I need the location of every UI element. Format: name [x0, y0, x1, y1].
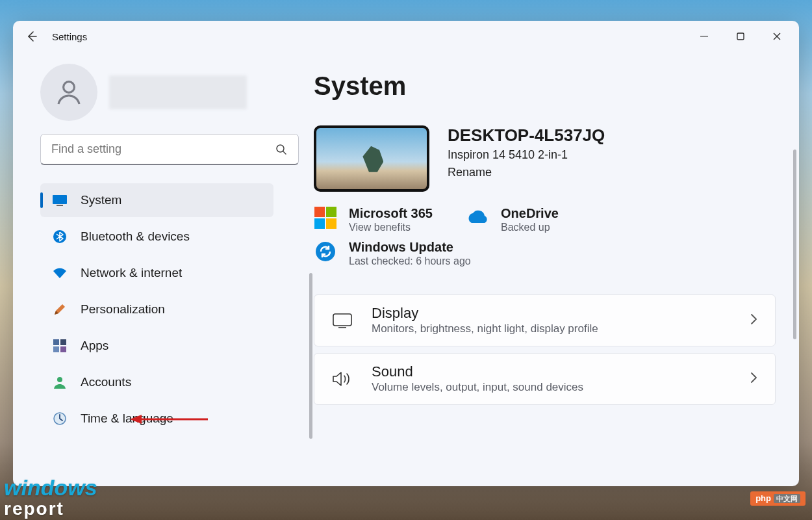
- sidebar-item-label: Network & internet: [81, 266, 182, 280]
- svg-rect-3: [53, 195, 67, 204]
- device-block: DESKTOP-4L537JQ Inspiron 14 5410 2-in-1 …: [314, 125, 776, 192]
- service-grid: Microsoft 365 View benefits OneDrive Bac…: [314, 206, 776, 267]
- service-subtitle: View benefits: [349, 222, 433, 233]
- onedrive-icon: [466, 206, 489, 229]
- svg-point-1: [64, 82, 75, 93]
- svg-point-2: [277, 145, 284, 152]
- window-controls: [686, 23, 795, 49]
- bluetooth-icon: [52, 229, 68, 244]
- sidebar-item-system[interactable]: System: [40, 183, 273, 217]
- search-icon: [275, 143, 288, 156]
- sidebar-item-time-language[interactable]: Time & language: [40, 402, 273, 436]
- sidebar-item-label: Accounts: [81, 375, 131, 389]
- svg-rect-6: [53, 339, 59, 345]
- back-button[interactable]: [17, 21, 47, 51]
- nav-list: System Bluetooth & devices Network & int…: [13, 183, 296, 436]
- sidebar-item-personalization[interactable]: Personalization: [40, 292, 273, 326]
- search-input[interactable]: [51, 142, 275, 156]
- sound-card[interactable]: Sound Volume levels, output, input, soun…: [314, 353, 776, 405]
- accounts-icon: [52, 374, 68, 390]
- windows-update-icon: [314, 240, 337, 263]
- window-title: Settings: [52, 31, 87, 42]
- back-arrow-icon: [25, 30, 38, 43]
- sidebar-item-label: Time & language: [81, 411, 173, 426]
- sound-icon: [331, 368, 353, 390]
- rename-link[interactable]: Rename: [448, 166, 605, 179]
- sidebar: System Bluetooth & devices Network & int…: [13, 52, 296, 486]
- minimize-icon: [700, 32, 709, 41]
- sidebar-item-label: Bluetooth & devices: [81, 229, 190, 244]
- sidebar-item-label: Personalization: [81, 302, 165, 317]
- user-icon: [53, 77, 84, 108]
- svg-rect-7: [60, 339, 66, 345]
- microsoft-logo-icon: [314, 206, 337, 229]
- card-subtitle: Volume levels, output, input, sound devi…: [372, 381, 583, 394]
- user-name-redacted: [109, 75, 247, 109]
- device-name: DESKTOP-4L537JQ: [448, 125, 605, 146]
- content-area: System DESKTOP-4L537JQ Inspiron 14 5410 …: [296, 52, 799, 486]
- svg-rect-14: [333, 314, 351, 326]
- sidebar-item-accounts[interactable]: Accounts: [40, 365, 273, 399]
- sidebar-item-network[interactable]: Network & internet: [40, 256, 273, 290]
- microsoft-365-tile[interactable]: Microsoft 365 View benefits: [314, 206, 457, 233]
- svg-rect-9: [60, 346, 66, 352]
- settings-window: Settings: [13, 21, 799, 486]
- apps-icon: [52, 338, 68, 354]
- search-box[interactable]: [40, 134, 299, 165]
- device-model: Inspiron 14 5410 2-in-1: [448, 148, 605, 162]
- svg-rect-4: [57, 205, 63, 206]
- maximize-icon: [736, 32, 745, 41]
- windows-update-tile[interactable]: Windows Update Last checked: 6 hours ago: [314, 240, 609, 267]
- avatar: [40, 64, 97, 121]
- search-wrap: [13, 134, 296, 165]
- card-title: Sound: [372, 364, 583, 380]
- system-icon: [52, 192, 68, 208]
- service-title: OneDrive: [501, 206, 559, 220]
- card-title: Display: [372, 306, 598, 321]
- titlebar: Settings: [13, 21, 799, 52]
- card-subtitle: Monitors, brightness, night light, displ…: [372, 322, 598, 335]
- svg-point-10: [57, 377, 62, 382]
- chevron-right-icon: [749, 313, 758, 328]
- content-scrollbar[interactable]: [793, 150, 796, 339]
- sidebar-item-bluetooth[interactable]: Bluetooth & devices: [40, 220, 273, 254]
- service-subtitle: Last checked: 6 hours ago: [349, 255, 471, 267]
- sidebar-item-label: System: [81, 193, 121, 207]
- page-title: System: [314, 72, 776, 101]
- minimize-button[interactable]: [686, 23, 722, 49]
- close-button[interactable]: [759, 23, 795, 49]
- body-area: System Bluetooth & devices Network & int…: [13, 52, 799, 486]
- network-icon: [52, 265, 68, 281]
- chevron-right-icon: [749, 371, 758, 387]
- display-card[interactable]: Display Monitors, brightness, night ligh…: [314, 294, 776, 346]
- maximize-button[interactable]: [722, 23, 759, 49]
- time-language-icon: [52, 411, 68, 426]
- device-thumbnail: [314, 125, 429, 192]
- onedrive-tile[interactable]: OneDrive Backed up: [466, 206, 609, 233]
- personalization-icon: [52, 302, 68, 317]
- svg-point-13: [316, 242, 335, 261]
- watermark-php: php中文网: [750, 491, 806, 506]
- user-block[interactable]: [13, 64, 296, 121]
- close-icon: [772, 32, 781, 41]
- display-icon: [331, 309, 353, 332]
- service-title: Windows Update: [349, 240, 471, 254]
- service-title: Microsoft 365: [349, 206, 433, 220]
- sidebar-item-label: Apps: [81, 339, 108, 353]
- sidebar-item-apps[interactable]: Apps: [40, 329, 273, 363]
- service-subtitle: Backed up: [501, 222, 559, 233]
- svg-rect-8: [53, 346, 59, 352]
- svg-rect-0: [737, 33, 744, 40]
